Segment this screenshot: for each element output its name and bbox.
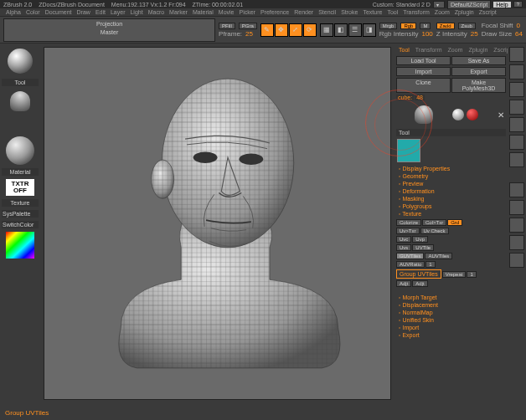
menu-tool[interactable]: Tool	[384, 9, 400, 15]
menu-stencil[interactable]: Stencil	[316, 9, 338, 15]
dock-btn-zoom[interactable]	[509, 235, 524, 250]
menu-texture[interactable]: Texture	[360, 9, 384, 15]
scale-mode-icon[interactable]: ⤢	[289, 23, 302, 37]
material-sphere[interactable]	[6, 136, 34, 165]
group-uvtiles-button[interactable]: Group UVTiles	[396, 269, 441, 279]
section-masking[interactable]: Masking	[396, 195, 506, 202]
menu-macro[interactable]: Macro	[146, 9, 167, 15]
auvtiles-chip[interactable]: AUVTiles	[425, 253, 452, 259]
uvtile-chip[interactable]: UVTile	[412, 244, 434, 251]
section-export[interactable]: Export	[396, 331, 506, 339]
uvc-chip[interactable]: Uvc	[396, 236, 411, 243]
section-texture[interactable]: Texture	[396, 210, 506, 218]
brush-preview[interactable]	[10, 91, 30, 111]
syspalette-button[interactable]: SysPalette	[2, 210, 39, 218]
dock-btn-6[interactable]	[509, 135, 524, 150]
help-dropdown-icon[interactable]: ?	[513, 1, 523, 8]
section-preview[interactable]: Preview	[396, 180, 506, 187]
menu-stroke[interactable]: Stroke	[338, 9, 360, 15]
coltxr-chip[interactable]: Col>Txr	[422, 219, 446, 226]
dock-btn-7[interactable]	[509, 152, 524, 167]
panel-sphere-icon[interactable]	[452, 109, 464, 120]
dock-btn-3[interactable]	[509, 82, 524, 97]
close-x-icon[interactable]: ✕	[498, 110, 504, 120]
export-button[interactable]: Export	[451, 67, 506, 76]
pfill-chip[interactable]: PFill	[219, 23, 235, 29]
section-normalmap[interactable]: NormalMap	[396, 309, 506, 316]
rotate-mode-icon[interactable]: ⟳	[303, 23, 317, 37]
pgra-chip[interactable]: PGra	[239, 23, 257, 29]
dock-btn-4[interactable]	[509, 100, 524, 115]
edit-icon-3[interactable]: ☰	[348, 23, 362, 37]
help-button[interactable]: Help	[493, 2, 510, 8]
grd-chip[interactable]: Grd	[447, 219, 462, 226]
uvtxr-chip[interactable]: Uv>Txr	[396, 228, 420, 234]
menu-layer[interactable]: Layer	[108, 9, 128, 15]
tab-zplugin[interactable]: Zplugin	[466, 46, 490, 54]
guvtiles-chip[interactable]: GUVTiles	[396, 253, 424, 259]
menu-zplugin[interactable]: Zplugin	[452, 9, 477, 15]
menu-edit[interactable]: Edit	[93, 9, 108, 15]
menu-zoom[interactable]: Zoom	[432, 9, 452, 15]
menu-marker[interactable]: Marker	[167, 9, 190, 15]
draw-mode-icon[interactable]: ✎	[260, 23, 274, 37]
edit-icon-2[interactable]: ◧	[334, 23, 348, 37]
import-button[interactable]: Import	[396, 67, 451, 76]
dock-btn-5[interactable]	[509, 117, 524, 132]
viewport[interactable]	[44, 47, 391, 400]
alpha-sphere[interactable]	[8, 49, 33, 74]
switchcolor-button[interactable]: SwitchColor	[2, 221, 39, 228]
menu-draw[interactable]: Draw	[75, 9, 93, 15]
edit-icon-4[interactable]: ◨	[363, 23, 376, 37]
dock-btn-2[interactable]	[509, 64, 524, 79]
vrepeat-value[interactable]: 1	[467, 271, 476, 278]
menu-color[interactable]: Color	[23, 9, 43, 15]
uvcheck-chip[interactable]: Uv Check	[420, 228, 449, 234]
auvratio-chip[interactable]: AUVRatio	[396, 261, 425, 268]
custom-dropdown-icon[interactable]: ▾	[433, 1, 445, 8]
menu-zscript[interactable]: Zscript	[477, 9, 499, 15]
color-picker[interactable]	[6, 232, 34, 259]
move-mode-icon[interactable]: ✥	[275, 23, 288, 37]
txtr-off-button[interactable]: TXTR OFF	[6, 179, 34, 196]
tab-zoom[interactable]: Zoom	[445, 46, 465, 54]
adj1-chip[interactable]: Adjt	[396, 280, 411, 287]
dock-btn-move[interactable]	[509, 182, 524, 197]
menu-material[interactable]: Material	[190, 9, 216, 15]
tab-tool[interactable]: Tool	[396, 46, 412, 54]
tab-transform[interactable]: Transform	[413, 46, 445, 54]
menu-transform[interactable]: Transform	[400, 9, 432, 15]
menu-light[interactable]: Light	[127, 9, 145, 15]
edit-icon-1[interactable]: ▦	[320, 23, 333, 37]
load-tool-button[interactable]: Load Tool	[396, 56, 451, 65]
section-deformation[interactable]: Deformation	[396, 187, 506, 195]
menu-document[interactable]: Document	[43, 9, 75, 15]
save-as-button[interactable]: Save As	[451, 56, 506, 65]
section-displacement[interactable]: Displacement	[396, 301, 506, 309]
adj2-chip[interactable]: Adjt	[412, 280, 427, 287]
section-display-properties[interactable]: Display Properties	[396, 165, 506, 172]
zadd-chip[interactable]: Zadd	[436, 23, 455, 29]
colorize-chip[interactable]: Colorize	[396, 219, 421, 226]
mrgb-chip[interactable]: Mrgb	[379, 23, 398, 29]
uvp-chip[interactable]: Uvp	[412, 236, 428, 243]
section-import[interactable]: Import	[396, 324, 506, 331]
vrepeat-chip[interactable]: Vrepeat	[442, 271, 467, 278]
section-unified-skin[interactable]: Unified Skin	[396, 316, 506, 324]
menu-render[interactable]: Render	[291, 9, 316, 15]
dock-btn-scale[interactable]	[509, 200, 524, 215]
section-polygroups[interactable]: Polygroups	[396, 202, 506, 210]
section-morph-target[interactable]: Morph Target	[396, 294, 506, 301]
menu-alpha[interactable]: Alpha	[3, 9, 23, 15]
make-polymesh-button[interactable]: Make PolyMesh3D	[451, 78, 506, 93]
menu-movie[interactable]: Movie	[216, 9, 237, 15]
panel-red-sphere-icon[interactable]	[467, 109, 478, 120]
zsub-chip[interactable]: Zsub	[458, 23, 476, 29]
uvs-chip[interactable]: Uvs	[396, 244, 411, 251]
menu-picker[interactable]: Picker	[236, 9, 257, 15]
dock-btn-1[interactable]	[509, 47, 524, 62]
dock-btn-rotate[interactable]	[509, 218, 524, 233]
m-chip[interactable]: M	[420, 23, 431, 29]
projection-master-button[interactable]: Projection Master	[3, 18, 215, 42]
section-geometry[interactable]: Geometry	[396, 172, 506, 180]
